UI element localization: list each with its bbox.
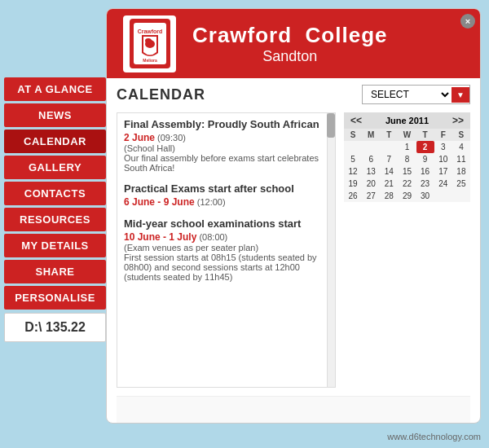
cal-day-header: S bbox=[452, 129, 470, 141]
calendar-day-cell[interactable]: 28 bbox=[380, 190, 398, 202]
calendar-day-cell[interactable]: 1 bbox=[398, 141, 416, 153]
calendar-table: SMTWTFS 12345678910111213141516171819202… bbox=[344, 129, 470, 202]
calendar-week-row: 567891011 bbox=[344, 153, 470, 165]
calendar-day-cell[interactable]: 12 bbox=[344, 165, 362, 178]
mini-calendar: << June 2011 >> SMTWTFS 1234567891011121… bbox=[344, 112, 470, 388]
calendar-day-cell[interactable]: 8 bbox=[398, 153, 416, 165]
calendar-day-cell[interactable]: 21 bbox=[380, 178, 398, 190]
calendar-week-row: 2627282930 bbox=[344, 190, 470, 202]
calendar-day-cell[interactable]: 4 bbox=[452, 141, 470, 153]
cal-day-header: F bbox=[434, 129, 452, 141]
sidebar: AT A GLANCE NEWS CALENDAR GALLERY CONTAC… bbox=[4, 77, 106, 342]
event-item-2: Practical Exams start after school 6 Jun… bbox=[124, 182, 322, 208]
header-title: Crawford College Sandton bbox=[192, 23, 388, 65]
cal-day-header: W bbox=[398, 129, 416, 141]
event-item-3: Mid-year school examinations start 10 Ju… bbox=[124, 217, 322, 282]
calendar-day-cell[interactable]: 5 bbox=[344, 153, 362, 165]
calendar-header: CALENDAR SELECTAll EventsSchool EventsSp… bbox=[107, 78, 480, 104]
calendar-day-cell[interactable]: 11 bbox=[452, 153, 470, 165]
calendar-day-cell[interactable]: 27 bbox=[362, 190, 380, 202]
calendar-day-cell[interactable]: 13 bbox=[362, 165, 380, 178]
event-desc-1: Our final assembly before exams start ce… bbox=[124, 153, 322, 173]
scrollbar-track bbox=[327, 113, 335, 387]
sidebar-item-gallery[interactable]: GALLERY bbox=[4, 156, 106, 179]
close-button[interactable]: × bbox=[460, 14, 475, 29]
calendar-day-cell[interactable]: 26 bbox=[344, 190, 362, 202]
event-date-2: 6 June - 9 June (12:00) bbox=[124, 196, 322, 208]
calendar-body: 1234567891011121314151617181920212223242… bbox=[344, 141, 470, 202]
sidebar-item-resources[interactable]: RESOURCES bbox=[4, 208, 106, 231]
college-logo: Crawford Meliora bbox=[123, 15, 176, 72]
calendar-week-row: 19202122232425 bbox=[344, 178, 470, 190]
sidebar-item-contacts[interactable]: CONTACTS bbox=[4, 182, 106, 205]
calendar-day-cell[interactable]: 24 bbox=[434, 178, 452, 190]
sidebar-item-at-a-glance[interactable]: AT A GLANCE bbox=[4, 77, 106, 101]
cal-day-header: S bbox=[344, 129, 362, 141]
event-desc-3: First session starts at 08h15 (students … bbox=[124, 253, 322, 282]
calendar-day-cell[interactable]: 20 bbox=[362, 178, 380, 190]
prev-month-button[interactable]: << bbox=[347, 115, 365, 126]
calendar-day-cell[interactable]: 23 bbox=[416, 178, 434, 190]
svg-text:Meliora: Meliora bbox=[143, 58, 157, 63]
calendar-day-cell[interactable]: 7 bbox=[380, 153, 398, 165]
page-title: CALENDAR bbox=[117, 86, 205, 103]
calendar-day-cell[interactable]: 18 bbox=[452, 165, 470, 178]
calendar-day-cell[interactable]: 9 bbox=[416, 153, 434, 165]
cal-day-header: T bbox=[416, 129, 434, 141]
cal-day-header: T bbox=[380, 129, 398, 141]
disk-space-display: D:\ 135.22 bbox=[4, 313, 106, 342]
calendar-day-cell[interactable]: 15 bbox=[398, 165, 416, 178]
calendar-day-cell[interactable]: 25 bbox=[452, 178, 470, 190]
calendar-day-cell[interactable]: 2 bbox=[416, 141, 434, 153]
event-location-3: (Exam venues as per seater plan) bbox=[124, 243, 322, 253]
calendar-day-cell bbox=[362, 141, 380, 153]
event-location-1: (School Hall) bbox=[124, 143, 322, 153]
footer-note-area bbox=[117, 396, 470, 424]
calendar-day-cell[interactable]: 19 bbox=[344, 178, 362, 190]
sidebar-item-my-details[interactable]: MY DETAILS bbox=[4, 234, 106, 257]
calendar-day-cell[interactable]: 29 bbox=[398, 190, 416, 202]
sidebar-item-news[interactable]: NEWS bbox=[4, 103, 106, 127]
event-title-3: Mid-year school examinations start bbox=[124, 217, 322, 231]
calendar-day-cell[interactable]: 17 bbox=[434, 165, 452, 178]
svg-text:Crawford: Crawford bbox=[137, 29, 162, 34]
calendar-day-cell[interactable]: 30 bbox=[416, 190, 434, 202]
scrollbar-thumb[interactable] bbox=[327, 113, 335, 138]
calendar-day-cell[interactable]: 14 bbox=[380, 165, 398, 178]
events-list: Final Assembly: Proudly South African 2 … bbox=[117, 113, 327, 387]
main-card: Crawford Meliora Crawford College Sandto… bbox=[106, 8, 481, 424]
calendar-day-cell bbox=[434, 190, 452, 202]
calendar-day-cell bbox=[344, 141, 362, 153]
sidebar-item-calendar[interactable]: CALENDAR bbox=[4, 130, 106, 153]
sidebar-item-share[interactable]: SHARE bbox=[4, 260, 106, 283]
dropdown-arrow-icon[interactable]: ▼ bbox=[452, 87, 469, 103]
calendar-day-cell[interactable]: 10 bbox=[434, 153, 452, 165]
svg-point-4 bbox=[145, 38, 152, 43]
cal-day-header: M bbox=[362, 129, 380, 141]
event-date-1: 2 June (09:30) bbox=[124, 132, 322, 143]
calendar-day-cell[interactable]: 22 bbox=[398, 178, 416, 190]
events-wrapper: Final Assembly: Proudly South African 2 … bbox=[117, 112, 336, 388]
event-item-1: Final Assembly: Proudly South African 2 … bbox=[124, 118, 322, 173]
event-title-1: Final Assembly: Proudly South African bbox=[124, 118, 322, 132]
calendar-week-row: 1234 bbox=[344, 141, 470, 153]
calendar-day-cell bbox=[452, 190, 470, 202]
header: Crawford Meliora Crawford College Sandto… bbox=[107, 9, 480, 78]
calendar-week-row: 12131415161718 bbox=[344, 165, 470, 178]
college-subtitle: Sandton bbox=[192, 48, 388, 65]
calendar-nav: << June 2011 >> bbox=[344, 112, 470, 129]
footer-url: www.d6technology.com bbox=[387, 432, 481, 441]
select-input[interactable]: SELECTAll EventsSchool EventsSports bbox=[363, 86, 452, 103]
calendar-day-cell bbox=[380, 141, 398, 153]
next-month-button[interactable]: >> bbox=[449, 115, 467, 126]
calendar-day-cell[interactable]: 16 bbox=[416, 165, 434, 178]
event-title-2: Practical Exams start after school bbox=[124, 182, 322, 196]
sidebar-item-personalise[interactable]: PERSONALISE bbox=[4, 286, 106, 310]
college-name: Crawford College bbox=[192, 23, 388, 48]
event-date-3: 10 June - 1 July (08:00) bbox=[124, 231, 322, 243]
calendar-day-cell[interactable]: 3 bbox=[434, 141, 452, 153]
calendar-day-cell[interactable]: 6 bbox=[362, 153, 380, 165]
content-area: Final Assembly: Proudly South African 2 … bbox=[107, 104, 480, 396]
month-year-label: June 2011 bbox=[385, 116, 429, 125]
event-filter-dropdown[interactable]: SELECTAll EventsSchool EventsSports ▼ bbox=[362, 85, 470, 104]
